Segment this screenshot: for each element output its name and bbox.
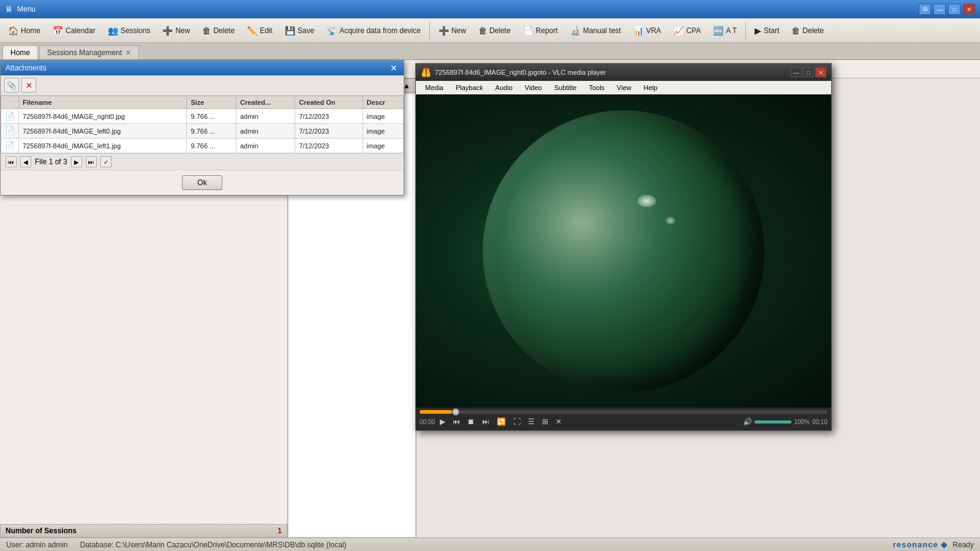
vlc-volume-bar[interactable] xyxy=(755,420,791,424)
ok-button[interactable]: Ok xyxy=(182,175,222,190)
vlc-progress-handle[interactable] xyxy=(452,408,459,416)
last-page-btn[interactable]: ⏭ xyxy=(86,156,97,167)
next-page-btn[interactable]: ▶ xyxy=(71,156,82,167)
edit-icon: ✏️ xyxy=(247,26,257,36)
save-button[interactable]: 💾 Save xyxy=(279,23,320,38)
vlc-extra-btn[interactable]: ⊞ xyxy=(540,416,551,428)
cell-description: image xyxy=(363,109,404,124)
delete-icon-2: 🗑 xyxy=(478,26,487,36)
remove-tool-btn[interactable]: ✕ xyxy=(21,78,36,93)
eye-highlight xyxy=(638,195,656,207)
table-row[interactable]: 📄 7256897f-84d6_IMAGE_left1.jpg 9.766 ..… xyxy=(1,139,404,153)
vlc-title-left: 🦺 7256897f-84d6_IMAGE_right0.jpgoto - VL… xyxy=(421,67,606,77)
vlc-menu-item-tools[interactable]: Tools xyxy=(583,82,610,93)
delete-button-2[interactable]: 🗑 Delete xyxy=(473,23,516,38)
new-button-2[interactable]: ➕ New xyxy=(433,23,472,38)
prev-page-btn[interactable]: ◀ xyxy=(20,156,31,167)
delete-button-3[interactable]: 🗑 Delete xyxy=(786,23,829,38)
vlc-progress-bar[interactable] xyxy=(420,410,827,414)
status-left: User: admin admin Database: C:\Users\Mar… xyxy=(6,541,347,549)
acquire-button[interactable]: 📡 Acquire data from device xyxy=(321,23,426,38)
vlc-menu-item-media[interactable]: Media xyxy=(420,82,449,93)
restore-btn[interactable]: ⧉ xyxy=(919,4,931,15)
new-button-1[interactable]: ➕ New xyxy=(157,23,195,38)
check-btn[interactable]: ✓ xyxy=(100,156,111,167)
cell-created-on: 7/12/2023 xyxy=(295,124,363,139)
cell-size: 9.766 ... xyxy=(187,139,236,153)
tab-sessions-management[interactable]: Sessions Management ✕ xyxy=(39,45,139,59)
cpa-icon: 📈 xyxy=(673,26,684,36)
edit-button[interactable]: ✏️ Edit xyxy=(241,23,278,38)
first-page-btn[interactable]: ⏮ xyxy=(6,156,17,167)
vlc-volume-fill xyxy=(755,420,791,424)
attach-tool-btn[interactable]: 📎 xyxy=(4,78,19,93)
dialog-title-bar: Attachments ✕ xyxy=(1,61,404,75)
vlc-play-btn[interactable]: ▶ xyxy=(437,416,448,428)
vlc-maximize-btn[interactable]: □ xyxy=(803,67,814,77)
report-button[interactable]: 📄 Report xyxy=(518,23,564,38)
title-bar-left: 🖥 Menu xyxy=(5,5,36,13)
app-icon: 🖥 xyxy=(5,5,12,13)
vlc-menu-item-help[interactable]: Help xyxy=(638,82,663,93)
cpa-button[interactable]: 📈 CPA xyxy=(668,23,706,38)
table-row[interactable]: 📄 7256897f-84d6_IMAGE_right0.jpg 9.766 .… xyxy=(1,109,404,124)
toolbar-separator-1 xyxy=(429,22,430,39)
th-description: Descr xyxy=(363,96,404,109)
sessions-icon: 👥 xyxy=(108,26,118,36)
vlc-video-area xyxy=(416,94,831,408)
vlc-prev-btn[interactable]: ⏮ xyxy=(450,416,462,428)
status-bar: User: admin admin Database: C:\Users\Mar… xyxy=(0,538,980,551)
vlc-playlist-btn[interactable]: ☰ xyxy=(526,416,537,428)
vlc-next-btn[interactable]: ⏭ xyxy=(480,416,492,428)
app-title: Menu xyxy=(17,5,36,13)
cell-created-on: 7/12/2023 xyxy=(295,109,363,124)
dialog-table-container: Filename Size Created... Created On Desc… xyxy=(1,96,404,153)
vlc-stop-btn[interactable]: ⏹ xyxy=(465,416,477,428)
vlc-loop-btn[interactable]: 🔁 xyxy=(494,416,508,428)
vlc-title-text: 7256897f-84d6_IMAGE_right0.jpgoto - VLC … xyxy=(435,69,606,76)
vlc-controls: 00:00 ▶ ⏮ ⏹ ⏭ 🔁 ⛶ ☰ ⊞ ✕ 🔊 100% 00:10 xyxy=(416,408,831,430)
vlc-window: 🦺 7256897f-84d6_IMAGE_right0.jpgoto - VL… xyxy=(415,63,832,431)
tab-close-icon[interactable]: ✕ xyxy=(126,49,131,57)
new-icon-2: ➕ xyxy=(439,26,449,36)
status-right: resonance ◈ Ready xyxy=(893,540,974,549)
start-button[interactable]: ▶ Start xyxy=(749,23,785,38)
dialog-pagination: ⏮ ◀ File 1 of 3 ▶ ⏭ ✓ xyxy=(1,153,404,170)
maximize-btn[interactable]: □ xyxy=(948,4,960,15)
eye-highlight-2 xyxy=(666,217,675,224)
dialog-close-button[interactable]: ✕ xyxy=(389,63,399,73)
at-button[interactable]: 🔤 A T xyxy=(707,23,742,38)
vlc-video-frame xyxy=(416,94,831,408)
vra-button[interactable]: 📊 VRA xyxy=(628,23,667,38)
vlc-time-start: 00:00 xyxy=(420,419,435,425)
vlc-menu-item-subtitle[interactable]: Subtitle xyxy=(549,82,582,93)
calendar-button[interactable]: 📅 Calendar xyxy=(47,23,101,38)
close-btn[interactable]: ✕ xyxy=(963,4,975,15)
cell-file-icon: 📄 xyxy=(1,109,19,124)
vlc-close-btn[interactable]: ✕ xyxy=(815,67,826,77)
cell-description: image xyxy=(363,124,404,139)
vlc-menu-item-playback[interactable]: Playback xyxy=(450,82,489,93)
minimize-btn[interactable]: — xyxy=(933,4,946,15)
vlc-close-media-btn[interactable]: ✕ xyxy=(553,416,564,428)
cell-created-on: 7/12/2023 xyxy=(295,139,363,153)
vlc-minimize-btn[interactable]: — xyxy=(791,67,802,77)
home-button[interactable]: 🏠 Home xyxy=(2,23,46,38)
dialog-toolbar: 📎 ✕ xyxy=(1,75,404,96)
vlc-fullscreen-btn[interactable]: ⛶ xyxy=(511,416,523,428)
table-row[interactable]: 📄 7256897f-84d6_IMAGE_left0.jpg 9.766 ..… xyxy=(1,124,404,139)
manual-test-button[interactable]: 🔬 Manual test xyxy=(565,23,627,38)
delete-button-1[interactable]: 🗑 Delete xyxy=(197,23,240,38)
vlc-menu-item-video[interactable]: Video xyxy=(519,82,548,93)
sessions-button[interactable]: 👥 Sessions xyxy=(102,23,156,38)
vlc-progress-fill xyxy=(420,410,452,414)
vra-icon: 📊 xyxy=(633,26,644,36)
vlc-menu-item-audio[interactable]: Audio xyxy=(490,82,518,93)
delete-icon-1: 🗑 xyxy=(202,26,211,36)
cell-filename: 7256897f-84d6_IMAGE_left1.jpg xyxy=(19,139,187,153)
vlc-menu-item-view[interactable]: View xyxy=(611,82,637,93)
save-icon: 💾 xyxy=(285,26,295,36)
tab-home[interactable]: Home xyxy=(2,45,38,59)
attachments-table: Filename Size Created... Created On Desc… xyxy=(1,96,404,153)
page-info: File 1 of 3 xyxy=(35,158,67,166)
